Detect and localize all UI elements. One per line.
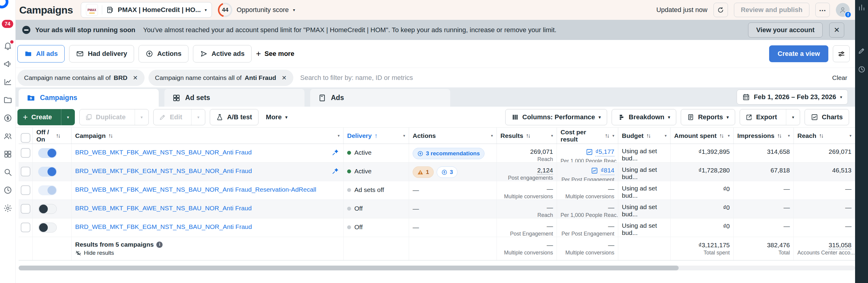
column-header-reach[interactable]: Reach↑↓▾ xyxy=(794,128,855,144)
campaign-name-link[interactable]: BRD_WEB_MKT_FBK_EGM_NST_NS_BAU_NOR_Anti … xyxy=(75,223,321,230)
caret-down-icon[interactable]: ▾ xyxy=(551,133,553,138)
results-value: — xyxy=(500,203,553,212)
edit-dropdown-caret[interactable]: ▾ xyxy=(191,109,205,125)
campaign-toggle[interactable] xyxy=(38,167,57,177)
caret-down-icon[interactable]: ▾ xyxy=(403,133,405,138)
horizontal-scrollbar[interactable] xyxy=(19,265,855,271)
campaign-name-link[interactable]: BRD_WEB_MKT_FBK_AWE_NST_NS_BAU_NOR_Anti … xyxy=(75,149,321,156)
hide-results-link[interactable]: Hide results xyxy=(75,250,114,256)
sidebar-item-settings[interactable] xyxy=(3,204,12,213)
row-checkbox[interactable] xyxy=(21,167,30,176)
ab-test-button[interactable]: A/B test xyxy=(210,109,258,125)
scrollbar-thumb[interactable] xyxy=(19,265,679,271)
clear-filters-link[interactable]: Clear xyxy=(832,74,847,82)
results-value[interactable]: 2,124 xyxy=(537,167,553,175)
search-filter-input[interactable] xyxy=(297,74,466,82)
create-button[interactable]: +Create ▾ xyxy=(18,109,75,125)
charts-button[interactable]: Charts xyxy=(805,109,849,125)
sidebar-item-campaigns[interactable] xyxy=(3,60,12,68)
tab-ad-sets[interactable]: Ad sets xyxy=(164,89,305,107)
campaign-name-link[interactable]: BRD_WEB_MKT_FBK_EGM_NST_NS_BAU_NOR_Anti … xyxy=(75,167,321,175)
campaign-toggle[interactable] xyxy=(38,148,57,158)
column-header-results[interactable]: Results↑↓▾ xyxy=(497,128,557,144)
column-header-cost-per-result[interactable]: Cost per result↑↓▾ xyxy=(557,128,618,144)
filter-chip-brd[interactable]: Campaign name contains all ofBRD ✕ xyxy=(18,70,145,86)
row-checkbox[interactable] xyxy=(21,185,30,195)
cost-per-result-link[interactable]: ₫5,177 xyxy=(586,148,614,157)
create-a-view-button[interactable]: Create a view xyxy=(769,45,828,62)
columns-button[interactable]: Columns: Performance▾ xyxy=(505,109,607,125)
row-checkbox[interactable] xyxy=(21,148,30,158)
clock-icon[interactable] xyxy=(858,65,866,73)
filter-actions[interactable]: Actions xyxy=(138,45,188,62)
caret-down-icon[interactable]: ▾ xyxy=(788,133,790,138)
more-button[interactable]: More▾ xyxy=(263,109,291,125)
sidebar-item-audiences[interactable] xyxy=(3,132,12,140)
export-button[interactable]: Export ▾ xyxy=(740,109,800,125)
column-header-amount-spent[interactable]: Amount spent↑↓▾ xyxy=(670,128,733,144)
refresh-button[interactable] xyxy=(714,3,728,17)
caret-down-icon[interactable]: ▾ xyxy=(664,133,666,138)
column-header-campaign[interactable]: Campaign↑↓▾ xyxy=(71,128,343,144)
caret-down-icon[interactable]: ▾ xyxy=(612,133,614,138)
campaign-name-link[interactable]: BRD_WEB_MKT_FBK_AWE_NST_NS_BAU_NOR_Anti … xyxy=(75,205,321,212)
caret-down-icon[interactable]: ▾ xyxy=(727,133,730,138)
filter-chip-anti-fraud[interactable]: Campaign name contains all ofAnti Fraud … xyxy=(149,70,293,86)
info-icon[interactable]: i xyxy=(156,242,163,248)
recommendations-pill[interactable]: 3 recommendations xyxy=(413,148,485,159)
duplicate-dropdown-caret[interactable]: ▾ xyxy=(135,109,149,125)
column-header-impressions[interactable]: Impressions↑↓▾ xyxy=(733,128,794,144)
sidebar-item-history[interactable] xyxy=(3,186,12,195)
column-header-actions[interactable]: Actions▾ xyxy=(409,128,497,144)
campaign-toggle[interactable] xyxy=(38,204,57,214)
filter-had-delivery[interactable]: Had delivery xyxy=(69,45,134,62)
stats-bars-icon[interactable] xyxy=(858,4,866,11)
duplicate-button[interactable]: Duplicate ▾ xyxy=(79,109,149,125)
campaign-name-link[interactable]: BRD_WEB_MKT_FBK_AWE_NST_NS_BAU_NOR_Anti … xyxy=(75,186,321,193)
sidebar-item-billing[interactable] xyxy=(3,114,12,123)
sidebar-item-account-overview[interactable] xyxy=(3,77,12,87)
meta-logo-icon[interactable] xyxy=(0,0,8,8)
see-more-button[interactable]: +See more xyxy=(256,50,294,58)
view-settings-button[interactable] xyxy=(833,45,850,62)
ad-account-selector[interactable]: PMAX PMAX | HomeCredit | HO... ▾ xyxy=(81,2,212,18)
recommendations-count-pill[interactable]: 3 xyxy=(437,166,458,178)
select-all-checkbox[interactable] xyxy=(21,133,30,143)
remove-filter-icon[interactable]: ✕ xyxy=(282,74,287,82)
cost-per-result-link[interactable]: ₫814 xyxy=(591,166,614,175)
close-icon[interactable]: ✕ xyxy=(829,23,844,37)
tab-campaigns[interactable]: Campaigns xyxy=(19,89,159,107)
opportunity-score[interactable]: 44 Opportunity score ▾ xyxy=(218,3,295,17)
column-header-budget[interactable]: Budget↑↓▾ xyxy=(618,128,670,144)
review-and-publish-button[interactable]: Review and publish xyxy=(734,3,809,17)
sidebar-item-search[interactable] xyxy=(3,168,12,177)
row-checkbox[interactable] xyxy=(21,204,30,214)
view-your-account-button[interactable]: View your account xyxy=(748,23,823,37)
remove-filter-icon[interactable]: ✕ xyxy=(133,74,138,82)
column-header-delivery[interactable]: Delivery↑▾ xyxy=(343,128,409,144)
filter-all-ads[interactable]: All ads xyxy=(18,45,65,62)
filter-active-ads[interactable]: Active ads xyxy=(193,45,252,62)
reports-button[interactable]: Reports▾ xyxy=(681,109,735,125)
issues-pill[interactable]: 1 xyxy=(413,166,434,178)
pencil-icon[interactable] xyxy=(858,47,866,55)
row-checkbox[interactable] xyxy=(21,223,30,232)
tab-ads[interactable]: Ads xyxy=(310,89,450,107)
avatar[interactable]: f xyxy=(836,3,850,17)
campaign-toggle[interactable] xyxy=(38,185,57,195)
total-reach-value[interactable]: 315,058 xyxy=(829,242,851,249)
caret-down-icon[interactable]: ▾ xyxy=(491,133,493,138)
column-header-on-off[interactable]: Off / On↑↓ xyxy=(32,128,71,144)
caret-down-icon[interactable]: ▾ xyxy=(338,133,340,138)
sidebar-item-all-tools[interactable] xyxy=(3,150,12,159)
breakdown-button[interactable]: Breakdown▾ xyxy=(612,109,677,125)
more-options-button[interactable]: … xyxy=(815,3,830,17)
sidebar-item-ads-manager[interactable] xyxy=(3,96,12,104)
sidebar-item-notifications[interactable] xyxy=(3,41,12,51)
caret-down-icon[interactable]: ▾ xyxy=(849,133,851,138)
campaign-toggle[interactable] xyxy=(38,223,57,232)
create-dropdown-caret[interactable]: ▾ xyxy=(61,109,75,125)
export-dropdown-caret[interactable]: ▾ xyxy=(786,109,800,125)
date-range-picker[interactable]: Feb 1, 2026 – Feb 23, 2026 ▾ xyxy=(737,90,848,104)
edit-button[interactable]: Edit ▾ xyxy=(153,109,206,125)
